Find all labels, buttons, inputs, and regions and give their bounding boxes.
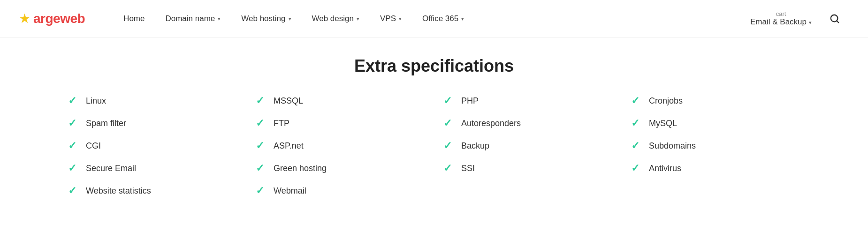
specs-column-3: ✓PHP✓Autoresponders✓Backup✓SSI — [434, 95, 622, 197]
search-button[interactable] — [820, 14, 849, 24]
checkmark-icon: ✓ — [631, 95, 642, 107]
list-item: ✓Autoresponders — [443, 117, 612, 129]
list-item: ✓MSSQL — [256, 95, 425, 107]
list-item: ✓Linux — [68, 95, 237, 107]
spec-label: ASP.net — [274, 141, 304, 151]
list-item: ✓Backup — [443, 140, 612, 152]
nav-web-design[interactable]: Web design ▾ — [302, 0, 370, 37]
spec-label: MySQL — [649, 119, 677, 128]
spec-label: CGI — [86, 141, 101, 151]
list-item: ✓FTP — [256, 117, 425, 129]
checkmark-icon: ✓ — [631, 140, 642, 152]
checkmark-icon: ✓ — [256, 117, 267, 129]
nav-domain-name[interactable]: Domain name ▾ — [155, 0, 231, 37]
chevron-down-icon: ▾ — [461, 16, 464, 22]
logo[interactable]: ★ argeweb — [19, 11, 85, 26]
list-item: ✓Website statistics — [68, 185, 237, 197]
cart-button[interactable]: cart Email & Backup ▾ — [742, 10, 820, 27]
spec-label: Green hosting — [274, 164, 327, 173]
checkmark-icon: ✓ — [68, 162, 79, 174]
svg-line-1 — [837, 21, 838, 22]
checkmark-icon: ✓ — [68, 95, 79, 107]
spec-label: SSI — [461, 164, 475, 173]
search-icon — [830, 14, 840, 24]
list-item: ✓ASP.net — [256, 140, 425, 152]
spec-label: MSSQL — [274, 96, 303, 106]
spec-label: Autoresponders — [461, 119, 521, 128]
list-item: ✓CGI — [68, 140, 237, 152]
list-item: ✓Subdomains — [631, 140, 800, 152]
nav-items: Home Domain name ▾ Web hosting ▾ Web des… — [113, 0, 742, 37]
nav-web-hosting[interactable]: Web hosting ▾ — [231, 0, 301, 37]
chevron-down-icon: ▾ — [399, 16, 402, 22]
nav-right: cart Email & Backup ▾ — [742, 10, 849, 27]
checkmark-icon: ✓ — [256, 162, 267, 174]
spec-label: Spam filter — [86, 119, 126, 128]
specs-grid: ✓Linux✓Spam filter✓CGI✓Secure Email✓Webs… — [59, 95, 809, 197]
checkmark-icon: ✓ — [68, 140, 79, 152]
checkmark-icon: ✓ — [443, 140, 455, 152]
section-title: Extra specifications — [38, 56, 830, 76]
navbar: ★ argeweb Home Domain name ▾ Web hosting… — [0, 0, 868, 37]
spec-label: Linux — [86, 96, 106, 106]
nav-home[interactable]: Home — [113, 0, 155, 37]
list-item: ✓MySQL — [631, 117, 800, 129]
spec-label: Backup — [461, 141, 489, 151]
spec-label: FTP — [274, 119, 289, 128]
chevron-down-icon: ▾ — [218, 16, 221, 22]
spec-label: PHP — [461, 96, 479, 106]
checkmark-icon: ✓ — [256, 185, 267, 197]
nav-vps[interactable]: VPS ▾ — [370, 0, 412, 37]
checkmark-icon: ✓ — [68, 185, 79, 197]
logo-star-icon: ★ — [19, 11, 30, 26]
spec-label: Webmail — [274, 186, 306, 196]
checkmark-icon: ✓ — [443, 162, 455, 174]
checkmark-icon: ✓ — [443, 117, 455, 129]
checkmark-icon: ✓ — [631, 162, 642, 174]
specs-column-1: ✓Linux✓Spam filter✓CGI✓Secure Email✓Webs… — [59, 95, 246, 197]
list-item: ✓Green hosting — [256, 162, 425, 174]
list-item: ✓Spam filter — [68, 117, 237, 129]
specs-column-4: ✓Cronjobs✓MySQL✓Subdomains✓Antivirus — [622, 95, 809, 197]
chevron-down-icon: ▾ — [357, 16, 359, 22]
checkmark-icon: ✓ — [256, 140, 267, 152]
checkmark-icon: ✓ — [256, 95, 267, 107]
checkmark-icon: ✓ — [631, 117, 642, 129]
spec-label: Secure Email — [86, 164, 136, 173]
nav-office-365[interactable]: Office 365 ▾ — [412, 0, 474, 37]
cart-label-text: Email & Backup — [750, 17, 807, 27]
list-item: ✓Cronjobs — [631, 95, 800, 107]
logo-text: argeweb — [33, 11, 85, 26]
spec-label: Cronjobs — [649, 96, 683, 106]
spec-label: Antivirus — [649, 164, 681, 173]
list-item: ✓Webmail — [256, 185, 425, 197]
chevron-down-icon: ▾ — [289, 16, 291, 22]
list-item: ✓PHP — [443, 95, 612, 107]
chevron-down-icon: ▾ — [809, 20, 812, 26]
list-item: ✓Antivirus — [631, 162, 800, 174]
spec-label: Website statistics — [86, 186, 151, 196]
list-item: ✓SSI — [443, 162, 612, 174]
checkmark-icon: ✓ — [68, 117, 79, 129]
checkmark-icon: ✓ — [443, 95, 455, 107]
specs-column-2: ✓MSSQL✓FTP✓ASP.net✓Green hosting✓Webmail — [246, 95, 434, 197]
main-content: Extra specifications ✓Linux✓Spam filter✓… — [0, 37, 868, 216]
list-item: ✓Secure Email — [68, 162, 237, 174]
spec-label: Subdomains — [649, 141, 696, 151]
